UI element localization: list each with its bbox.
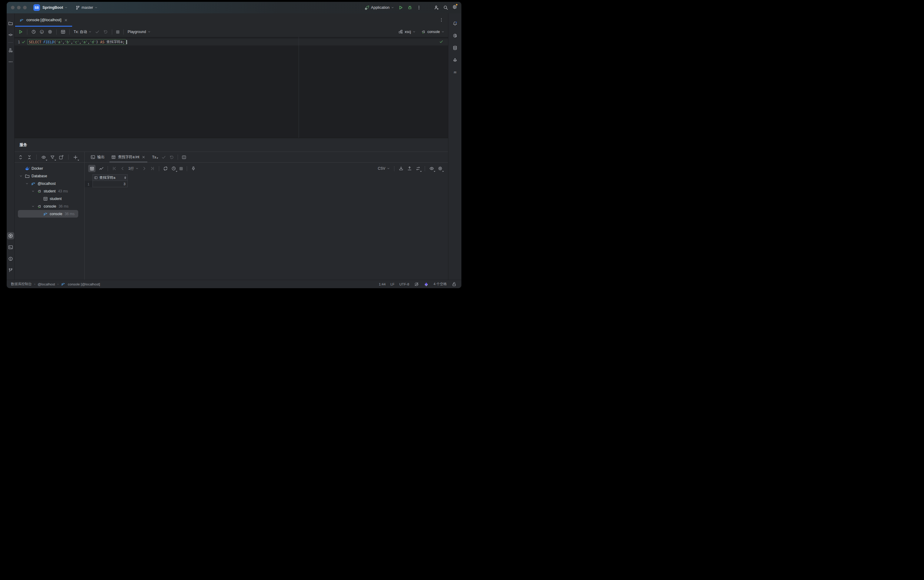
grid-column-label: 查找字符a [99,175,115,180]
query-parameters-icon[interactable]: p [40,30,44,34]
tree-item-session-student[interactable]: student 43 ms [15,187,84,195]
ai-assistant-button[interactable] [448,30,462,42]
editor-tab-console[interactable]: console [@localhost] [15,13,72,27]
table-view-button[interactable] [88,165,96,172]
tree-item-localhost[interactable]: @localhost [15,180,84,187]
services-tool-button[interactable] [7,232,14,239]
query-history-icon[interactable] [31,30,36,34]
notifications-button[interactable] [448,18,462,30]
rollback-tx-button[interactable] [169,155,174,160]
settings-menu[interactable] [452,5,457,11]
run-configuration-selector[interactable]: Application [365,5,394,10]
run-button[interactable] [398,5,403,10]
project-tool-button[interactable] [7,18,15,29]
result-tx-selector[interactable]: Tx [152,155,158,160]
browse-tables-icon[interactable] [61,30,66,34]
last-page-button[interactable] [150,166,155,171]
tab-options-kebab-icon[interactable] [439,18,444,22]
git-tool-button[interactable] [7,265,15,276]
search-everywhere-icon[interactable] [443,5,448,10]
file-encoding[interactable]: UTF-8 [399,282,409,286]
debug-button[interactable] [408,5,412,10]
session-selector[interactable]: console [421,30,444,34]
breadcrumb-host[interactable]: @localhost [38,282,55,286]
grid-cell-value[interactable]: 3 [92,181,128,187]
commit-tx-button[interactable] [95,30,100,34]
chevron-down-icon[interactable] [19,175,23,178]
tree-item-docker[interactable]: Docker [15,165,84,172]
export-format-selector[interactable]: CSV [378,166,390,171]
project-selector[interactable]: SpringBoot [43,5,68,10]
sort-toggle-icon[interactable] [124,176,126,179]
grid-settings-gear-icon[interactable] [438,166,442,171]
page-size-selector[interactable]: 1行 [128,166,139,171]
close-icon[interactable] [142,155,145,159]
tab-output[interactable]: 输出 [89,152,106,162]
execute-button[interactable] [18,30,23,34]
stop-loading-button[interactable] [180,167,183,170]
commit-tx-button[interactable] [161,155,166,160]
sql-editor[interactable]: 1 SELECT FIELD('a','b','c','a','d') AS 查… [15,37,448,138]
tab-result-grid[interactable]: 查找字符a:int [109,152,147,162]
inspections-ok-icon[interactable] [439,40,443,44]
stop-query-button[interactable] [116,30,119,34]
commit-tool-button[interactable] [7,29,15,41]
maven-tool-button[interactable]: m [448,66,462,78]
view-options-eye-icon[interactable] [429,166,434,171]
filter-icon[interactable] [50,155,55,160]
compare-data-icon[interactable] [416,166,421,171]
grid-column-header[interactable]: 查找字符a [92,174,128,181]
caret-position[interactable]: 1:44 [379,282,386,286]
breadcrumb-console[interactable]: console [@localhost] [68,282,100,286]
next-page-button[interactable] [142,166,147,171]
add-service-plus-icon[interactable] [73,155,78,160]
rollback-tx-button[interactable] [103,30,108,34]
tree-item-database[interactable]: Database [15,172,84,180]
query-timeout-clock-icon[interactable] [171,166,176,171]
more-tool-windows-button[interactable] [7,56,15,68]
unlock-icon[interactable] [452,282,457,287]
sql-statement[interactable]: SELECT FIELD('a','b','c','a','d') AS 查找字… [27,39,126,45]
expand-all-icon[interactable] [18,155,23,160]
tree-item-table-student[interactable]: student [15,195,84,203]
schema-selector[interactable]: xscj [398,30,416,34]
minimize-window-button[interactable] [17,6,21,9]
view-options-eye-icon[interactable] [41,155,46,160]
playground-selector[interactable]: Playground [128,30,151,34]
chevron-down-icon[interactable] [31,190,35,193]
database-tool-button[interactable] [448,42,462,54]
code-with-me-icon[interactable] [434,5,439,10]
line-separator[interactable]: LF [391,282,394,286]
pin-tab-icon[interactable] [191,166,196,171]
export-data-icon[interactable] [407,166,412,171]
window-controls[interactable] [11,6,27,9]
tx-mode-selector[interactable]: Tx: 自动 [74,30,92,35]
chart-view-button[interactable] [99,166,104,171]
breadcrumb-root[interactable]: 数据库控制台 [11,282,32,287]
zoom-window-button[interactable] [23,6,27,9]
knot-plugin-button[interactable] [448,54,462,66]
reload-data-icon[interactable] [163,166,168,171]
close-window-button[interactable] [11,6,15,9]
collapse-all-icon[interactable] [27,155,32,160]
indent-info[interactable]: 4 个空格 [434,282,447,287]
terminal-tool-button[interactable] [7,242,15,253]
import-data-icon[interactable] [399,166,404,171]
structure-tool-button[interactable] [7,44,15,56]
grid-row-number[interactable]: 1 [84,181,92,187]
chevron-down-icon[interactable] [31,205,35,208]
open-in-new-tab-icon[interactable] [59,155,64,160]
problems-tool-button[interactable] [7,253,15,265]
more-actions-kebab-icon[interactable] [416,5,421,10]
close-icon[interactable] [64,18,68,22]
split-view-icon[interactable] [182,155,186,160]
chevron-down-icon[interactable] [25,182,29,185]
tree-item-session-console[interactable]: console 36 ms [15,203,84,210]
previous-page-button[interactable] [120,166,125,171]
first-page-button[interactable] [112,166,117,171]
ai-assistant-disabled-icon[interactable] [414,282,419,287]
console-settings-gear-icon[interactable] [48,30,53,34]
tree-item-console-file[interactable]: console 36 ms [18,210,78,218]
purple-plugin-knot-icon[interactable] [424,282,429,287]
branch-selector[interactable]: master [76,5,97,10]
